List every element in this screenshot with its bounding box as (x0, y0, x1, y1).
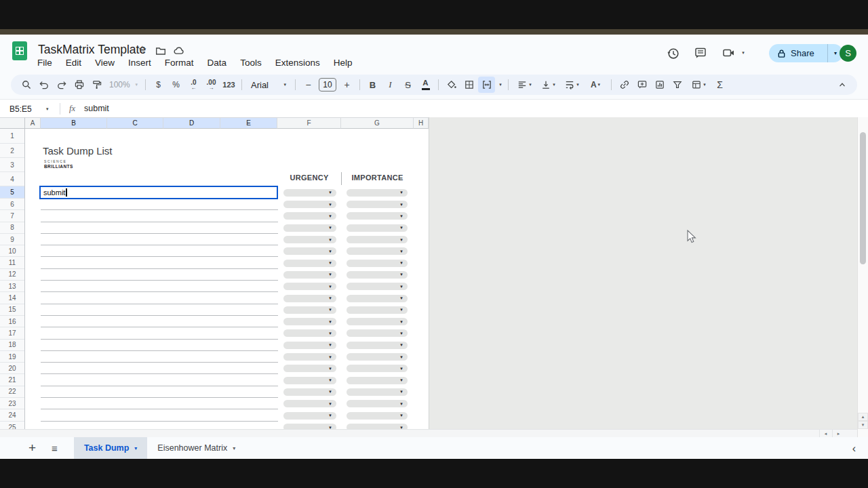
importance-dropdown[interactable]: ▼ (347, 295, 408, 302)
row-header-4[interactable]: 4 (0, 172, 24, 186)
zoom-select[interactable]: 100%▾ (106, 77, 141, 93)
urgency-dropdown[interactable]: ▼ (283, 329, 336, 337)
importance-dropdown[interactable]: ▼ (347, 400, 408, 407)
importance-dropdown[interactable]: ▼ (347, 388, 408, 396)
urgency-dropdown[interactable]: ▼ (283, 353, 336, 361)
importance-dropdown[interactable]: ▼ (347, 329, 408, 337)
row-header-13[interactable]: 13 (0, 281, 24, 292)
sheet-tab-task-dump[interactable]: Task Dump▾ (74, 437, 147, 459)
version-history-icon[interactable] (665, 45, 681, 61)
menu-extensions[interactable]: Extensions (269, 56, 326, 69)
urgency-dropdown[interactable]: ▼ (283, 377, 336, 384)
urgency-dropdown[interactable]: ▼ (283, 224, 336, 232)
bold-button[interactable]: B (364, 77, 381, 93)
row-header-1[interactable]: 1 (0, 129, 24, 144)
format-currency-button[interactable]: $ (150, 77, 167, 93)
row-header-17[interactable]: 17 (0, 327, 24, 339)
importance-dropdown[interactable]: ▼ (347, 260, 408, 267)
column-header-e[interactable]: E (220, 117, 277, 129)
urgency-dropdown[interactable]: ▼ (283, 271, 336, 279)
column-header-a[interactable]: A (25, 117, 41, 129)
menu-tools[interactable]: Tools (234, 56, 268, 69)
row-header-20[interactable]: 20 (0, 363, 24, 374)
more-formats-button[interactable]: 123 (220, 77, 237, 93)
add-sheet-button[interactable]: + (28, 441, 36, 455)
collapse-panel-chevron[interactable]: ‹ (852, 443, 856, 455)
functions-button[interactable]: Σ (711, 77, 728, 93)
sheet-tab-eisenhower-matrix[interactable]: Eisenhower Matrix▾ (147, 437, 245, 459)
urgency-dropdown[interactable]: ▼ (283, 247, 336, 255)
meet-dropdown-caret[interactable]: ▾ (738, 45, 747, 61)
importance-dropdown[interactable]: ▼ (347, 365, 408, 372)
decrease-font-size-button[interactable]: − (300, 77, 317, 93)
increase-decimal-button[interactable]: .00→ (203, 77, 220, 93)
scroll-down-button[interactable]: ▾ (858, 421, 868, 429)
hide-menus-button[interactable] (833, 77, 850, 93)
importance-dropdown[interactable]: ▼ (347, 412, 408, 420)
paint-format-button[interactable] (88, 77, 105, 93)
text-wrap-button[interactable]: ▾ (560, 77, 583, 93)
star-icon[interactable]: ☆ (138, 43, 146, 56)
table-views-button[interactable]: ▾ (686, 77, 711, 93)
importance-dropdown[interactable]: ▼ (347, 201, 408, 208)
italic-button[interactable]: I (382, 77, 399, 93)
urgency-dropdown[interactable]: ▼ (283, 260, 336, 267)
vertical-scrollbar[interactable]: ▴ ▾ (857, 117, 868, 437)
share-button[interactable]: Share (769, 44, 827, 62)
all-sheets-button[interactable]: ≡ (52, 443, 58, 454)
row-header-23[interactable]: 23 (0, 398, 24, 409)
importance-dropdown[interactable]: ▼ (347, 189, 408, 197)
strikethrough-button[interactable]: S (399, 77, 416, 93)
vertical-scrollbar-thumb[interactable] (860, 132, 866, 264)
comments-icon[interactable] (692, 45, 709, 61)
column-header-b[interactable]: B (41, 117, 107, 129)
menu-edit[interactable]: Edit (60, 56, 87, 69)
row-header-22[interactable]: 22 (0, 386, 24, 398)
row-header-7[interactable]: 7 (0, 210, 24, 222)
account-avatar[interactable]: S (840, 45, 856, 62)
importance-dropdown[interactable]: ▼ (347, 306, 408, 314)
menu-insert[interactable]: Insert (122, 56, 157, 69)
row-header-14[interactable]: 14 (0, 292, 24, 304)
text-color-button[interactable]: A (417, 77, 434, 93)
importance-dropdown[interactable]: ▼ (347, 353, 408, 361)
importance-dropdown[interactable]: ▼ (347, 318, 408, 325)
name-box[interactable]: B5:E5 (0, 100, 42, 118)
format-percent-button[interactable]: % (167, 77, 184, 93)
fill-color-button[interactable] (443, 77, 460, 93)
meet-video-icon[interactable] (720, 45, 736, 61)
urgency-dropdown[interactable]: ▼ (283, 189, 336, 197)
urgency-dropdown[interactable]: ▼ (283, 400, 336, 407)
sheets-logo-icon[interactable] (12, 41, 27, 60)
row-header-12[interactable]: 12 (0, 269, 24, 281)
importance-dropdown[interactable]: ▼ (347, 212, 408, 220)
importance-dropdown[interactable]: ▼ (347, 271, 408, 279)
importance-dropdown[interactable]: ▼ (347, 424, 408, 429)
scroll-left-button[interactable]: ◂ (819, 430, 831, 437)
row-header-6[interactable]: 6 (0, 199, 24, 210)
urgency-dropdown[interactable]: ▼ (283, 365, 336, 372)
font-size-input[interactable]: 10 (319, 78, 336, 92)
urgency-dropdown[interactable]: ▼ (283, 342, 336, 349)
scroll-up-button[interactable]: ▴ (858, 413, 868, 421)
search-menus-button[interactable] (18, 77, 35, 93)
menu-view[interactable]: View (89, 56, 121, 69)
column-header-d[interactable]: D (163, 117, 220, 129)
column-header-f[interactable]: F (277, 117, 341, 129)
cloud-status-icon[interactable] (172, 45, 184, 57)
row-header-25[interactable]: 25 (0, 422, 24, 429)
menu-data[interactable]: Data (201, 56, 233, 69)
column-header-g[interactable]: G (341, 117, 414, 129)
font-family-select[interactable]: Arial▾ (246, 77, 291, 93)
urgency-dropdown[interactable]: ▼ (283, 201, 336, 208)
urgency-dropdown[interactable]: ▼ (283, 283, 336, 290)
row-header-16[interactable]: 16 (0, 316, 24, 327)
row-header-3[interactable]: 3 (0, 158, 24, 172)
redo-button[interactable] (53, 77, 70, 93)
row-header-10[interactable]: 10 (0, 245, 24, 257)
merge-dropdown-caret[interactable]: ▾ (496, 77, 504, 93)
select-all-corner[interactable] (0, 117, 25, 129)
column-header-c[interactable]: C (107, 117, 163, 129)
urgency-dropdown[interactable]: ▼ (283, 236, 336, 243)
row-header-5[interactable]: 5 (0, 186, 24, 199)
